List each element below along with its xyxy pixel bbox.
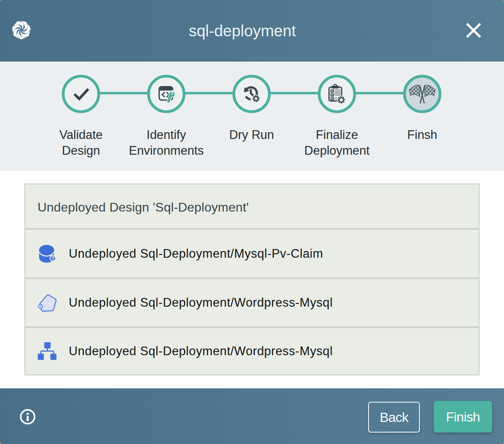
svg-text:?: ? (51, 255, 54, 261)
